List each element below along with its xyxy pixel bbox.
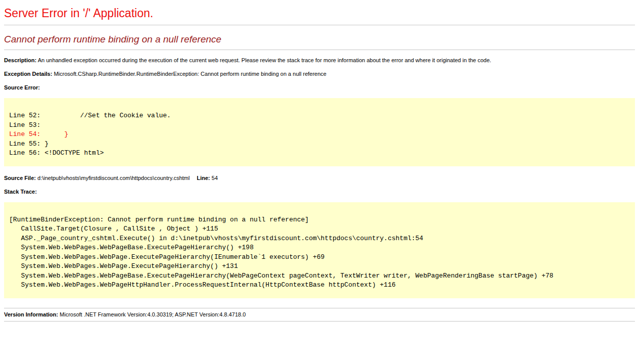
source-error-box: Line 52: //Set the Cookie value. Line 53… — [4, 98, 635, 166]
version-divider-top — [4, 308, 635, 308]
stack-trace-line: System.Web.WebPages.WebPageHttpHandler.P… — [9, 281, 630, 290]
stack-trace-line: CallSite.Target(Closure , CallSite , Obj… — [9, 224, 630, 234]
stack-trace-line: System.Web.WebPages.WebPageBase.ExecuteP… — [9, 271, 630, 281]
exception-details-text: Microsoft.CSharp.RuntimeBinder.RuntimeBi… — [54, 71, 326, 77]
stack-trace-line: ASP._Page_country_cshtml.Execute() in d:… — [9, 234, 630, 244]
version-info-row: Version Information: Microsoft .NET Fram… — [4, 311, 635, 318]
code-line: Line 53: — [9, 121, 630, 130]
stack-trace-row: Stack Trace: — [4, 189, 635, 195]
source-file-path: d:\inetpub\vhosts\myfirstdiscount.com\ht… — [37, 175, 190, 181]
title-divider — [4, 25, 635, 25]
version-divider-bottom — [4, 321, 635, 322]
stack-trace-line: System.Web.WebPages.WebPage.ExecutePageH… — [9, 253, 630, 262]
subtitle-divider — [4, 50, 635, 50]
page-title: Server Error in '/' Application. — [4, 7, 635, 20]
description-row: Description: An unhandled exception occu… — [4, 57, 635, 64]
source-error-row: Source Error: — [4, 84, 635, 91]
stack-trace-label: Stack Trace: — [4, 189, 37, 195]
stack-trace-line: System.Web.WebPages.WebPageBase.ExecuteP… — [9, 243, 630, 253]
source-error-label: Source Error: — [4, 84, 40, 90]
line-number-value: 54 — [212, 175, 218, 181]
description-label: Description: — [4, 57, 36, 63]
source-file-row: Source File: d:\inetpub\vhosts\myfirstdi… — [4, 175, 635, 181]
stack-trace-box: [RuntimeBinderException: Cannot perform … — [4, 202, 635, 298]
source-file-label: Source File: — [4, 175, 36, 181]
exception-details-row: Exception Details: Microsoft.CSharp.Runt… — [4, 71, 635, 77]
version-info-text: Microsoft .NET Framework Version:4.0.303… — [60, 311, 246, 317]
exception-details-label: Exception Details: — [4, 71, 52, 77]
code-line-highlighted: Line 54: } — [9, 130, 630, 140]
version-section: Version Information: Microsoft .NET Fram… — [4, 308, 635, 322]
description-text: An unhandled exception occurred during t… — [38, 57, 491, 63]
error-page: Server Error in '/' Application. Cannot … — [0, 7, 639, 322]
line-number-label: Line: — [197, 175, 210, 181]
code-line: Line 52: //Set the Cookie value. — [9, 111, 630, 121]
error-subtitle: Cannot perform runtime binding on a null… — [4, 34, 635, 45]
code-line: Line 56: <!DOCTYPE html> — [9, 149, 630, 158]
version-info-label: Version Information: — [4, 311, 58, 317]
stack-trace-line: [RuntimeBinderException: Cannot perform … — [9, 215, 630, 225]
code-line: Line 55: } — [9, 140, 630, 149]
stack-trace-line: System.Web.WebPages.WebPage.ExecutePageH… — [9, 262, 630, 271]
